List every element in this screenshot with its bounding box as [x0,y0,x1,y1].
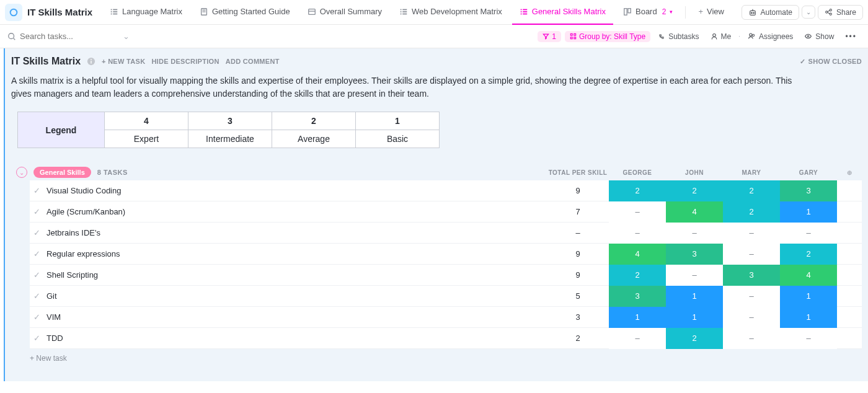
skill-cell[interactable]: 4 [780,265,837,286]
task-row[interactable]: ✓Agile (Scrum/Kanban)7–421 [30,201,862,223]
group-task-count: 8 TASKS [97,169,128,176]
skill-cell[interactable]: – [723,328,780,349]
tab-web-dev-matrix[interactable]: Web Development Matrix [392,0,510,25]
subtasks-button[interactable]: Subtasks [654,31,702,42]
logo-icon [9,7,19,17]
skill-cell[interactable]: 1 [666,286,723,307]
check-icon: ✓ [33,270,40,280]
chevron-down-icon[interactable]: ⌄ [123,32,130,41]
search-input[interactable] [20,32,107,41]
tab-board-count: 2 [662,7,666,16]
list-icon [110,7,118,16]
share-button[interactable]: Share [818,5,863,20]
new-task-button[interactable]: + NEW TASK [102,58,145,65]
task-row[interactable]: ✓Visual Studio Coding92223 [30,180,862,201]
add-view-button[interactable]: + View [691,0,732,25]
automate-dropdown[interactable]: ⌄ [802,6,815,19]
skill-cell[interactable]: – [723,244,780,265]
legend-rating: 3 [188,112,272,130]
group-collapse-toggle[interactable]: ⌄ [16,167,27,178]
skill-cell[interactable]: – [666,265,723,286]
tab-overall-summary[interactable]: Overall Summary [300,0,389,25]
svg-rect-16 [401,13,402,14]
legend-label: Expert [105,130,188,148]
task-total: 3 [547,312,609,322]
skill-cell[interactable]: 1 [780,201,837,223]
tab-label: Board [636,7,657,16]
skill-cell[interactable]: 2 [723,180,780,201]
list-title: IT Skills Matrix [11,56,81,67]
dot-separator: · [738,33,740,40]
legend-table: Legend 4 3 2 1 Expert Intermediate Avera… [17,112,440,148]
svg-rect-13 [402,9,407,10]
check-icon: ✓ [33,333,40,343]
group-icon [570,33,577,40]
skill-cell[interactable]: 2 [780,244,837,265]
user-icon [711,33,718,40]
group-name-pill[interactable]: General Skills [33,167,91,178]
task-row[interactable]: ✓VIM311–1 [30,307,862,328]
skill-cell[interactable]: 4 [609,244,666,265]
tab-label: Web Development Matrix [412,7,502,16]
new-task-button[interactable]: + New task [30,354,862,363]
skill-cell[interactable]: 2 [609,180,666,201]
tab-getting-started[interactable]: Getting Started Guide [192,0,298,25]
task-name-label: Visual Studio Coding [46,186,121,195]
skill-cell[interactable]: 2 [666,328,723,349]
skill-cell[interactable]: 2 [666,180,723,201]
skill-cell[interactable]: – [780,223,837,244]
svg-point-44 [808,35,809,37]
tab-general-skills-matrix[interactable]: General Skills Matrix [512,0,613,25]
skill-cell[interactable]: 3 [666,244,723,265]
skill-cell[interactable]: 1 [780,286,837,307]
skill-cell[interactable]: 4 [666,201,723,223]
doc-icon [200,7,208,16]
skill-cell[interactable]: – [723,307,780,328]
task-row[interactable]: ✓Shell Scripting92–34 [30,265,862,286]
task-name-label: Jetbrains IDE's [46,228,100,237]
task-row[interactable]: ✓Jetbrains IDE's––––– [30,223,862,244]
check-icon: ✓ [33,249,40,258]
skill-cell[interactable]: 3 [609,286,666,307]
skill-cell[interactable]: – [780,328,837,349]
task-row[interactable]: ✓Regular expressions943–2 [30,244,862,265]
add-column-button[interactable]: ⊕ [837,169,862,176]
skill-cell[interactable]: – [723,223,780,244]
tab-language-matrix[interactable]: Language Matrix [102,0,190,25]
tab-board[interactable]: Board 2 ▾ [616,0,680,25]
tab-label: General Skills Matrix [532,7,606,16]
skill-cell[interactable]: – [609,223,666,244]
hide-description-button[interactable]: HIDE DESCRIPTION [151,58,219,65]
list-icon [399,7,408,16]
skill-cell[interactable]: – [609,328,666,349]
skill-cell[interactable]: 3 [723,265,780,286]
skill-cell[interactable]: 1 [666,307,723,328]
search-icon [7,32,16,41]
skill-cell[interactable]: – [723,286,780,307]
svg-rect-40 [574,37,576,39]
search-wrap: ⌄ [7,32,130,41]
chevron-down-icon: ⌄ [806,9,811,15]
svg-rect-38 [574,33,576,35]
more-button[interactable]: ••• [841,31,861,42]
show-button[interactable]: Show [800,31,838,42]
skill-cell[interactable]: 1 [609,307,666,328]
task-row[interactable]: ✓TDD2–2–– [30,328,862,349]
task-total: 9 [547,270,609,280]
skill-cell[interactable]: – [609,201,666,223]
group-by-pill[interactable]: Group by: Skill Type [565,31,650,42]
show-closed-button[interactable]: ✓SHOW CLOSED [800,58,862,66]
skill-cell[interactable]: – [666,223,723,244]
automate-button[interactable]: Automate [742,5,799,20]
skill-cell[interactable]: 2 [609,265,666,286]
skill-cell[interactable]: 1 [780,307,837,328]
task-row[interactable]: ✓Git531–1 [30,286,862,307]
svg-rect-2 [113,9,117,10]
info-icon[interactable] [87,57,95,66]
add-comment-button[interactable]: ADD COMMENT [226,58,280,65]
me-button[interactable]: Me [707,31,735,42]
assignees-button[interactable]: Assignees [744,31,797,42]
filter-pill[interactable]: 1 [538,31,561,42]
skill-cell[interactable]: 3 [780,180,837,201]
skill-cell[interactable]: 2 [723,201,780,223]
